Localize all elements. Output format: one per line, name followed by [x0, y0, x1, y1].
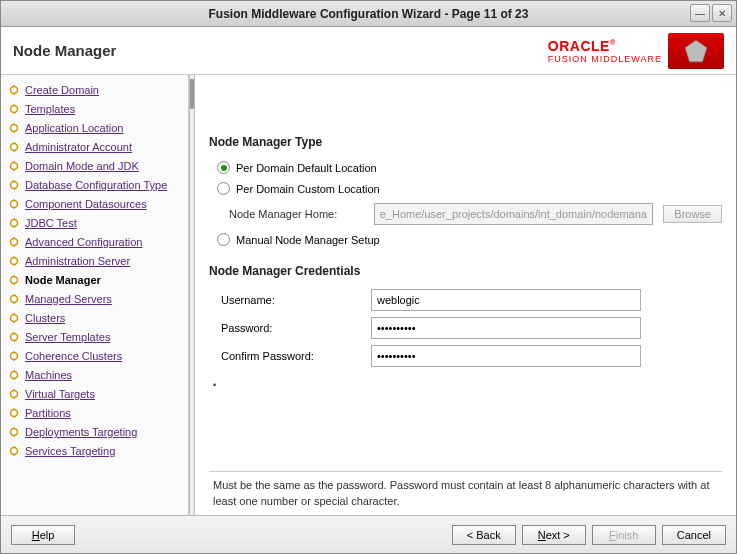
sidebar-item-component-datasources[interactable]: Component Datasources [7, 195, 186, 213]
sidebar-item-application-location[interactable]: Application Location [7, 119, 186, 137]
sidebar-item-machines[interactable]: Machines [7, 366, 186, 384]
content-scroll[interactable]: Node Manager Type Per Domain Default Loc… [209, 85, 722, 467]
nav-bullet-icon [9, 180, 19, 190]
nav-bullet-icon [9, 389, 19, 399]
hint-text: Must be the same as the password. Passwo… [209, 471, 722, 511]
password-row: Password: [209, 314, 722, 342]
svg-point-43 [11, 353, 18, 360]
cancel-button[interactable]: Cancel [662, 525, 726, 545]
sidebar-item-administration-server[interactable]: Administration Server [7, 252, 186, 270]
radio-row-default[interactable]: Per Domain Default Location [209, 157, 722, 178]
svg-point-1 [11, 87, 18, 94]
radio-manual-setup[interactable] [217, 233, 230, 246]
sidebar-item-clusters[interactable]: Clusters [7, 309, 186, 327]
nav-bullet-icon [9, 85, 19, 95]
username-row: Username: [209, 286, 722, 314]
browse-button: Browse [663, 205, 722, 223]
sidebar-item-server-templates[interactable]: Server Templates [7, 328, 186, 346]
sidebar-item-jdbc-test[interactable]: JDBC Test [7, 214, 186, 232]
password-label: Password: [221, 322, 371, 334]
radio-label: Per Domain Default Location [236, 162, 377, 174]
svg-point-16 [11, 182, 18, 189]
sidebar-item-managed-servers[interactable]: Managed Servers [7, 290, 186, 308]
svg-point-13 [11, 163, 18, 170]
nav-label: Database Configuration Type [25, 179, 167, 191]
brand-subtitle: FUSION MIDDLEWARE [548, 54, 662, 64]
window-title: Fusion Middleware Configuration Wizard -… [209, 7, 529, 21]
nav-label: Application Location [25, 122, 123, 134]
sidebar-item-partitions[interactable]: Partitions [7, 404, 186, 422]
svg-point-31 [11, 277, 18, 284]
nav-label: Create Domain [25, 84, 99, 96]
home-label: Node Manager Home: [229, 208, 364, 220]
nav-label: Clusters [25, 312, 65, 324]
confirm-password-input[interactable] [371, 345, 641, 367]
sidebar-item-domain-mode-and-jdk[interactable]: Domain Mode and JDK [7, 157, 186, 175]
back-button[interactable]: < Back [452, 525, 516, 545]
password-input[interactable] [371, 317, 641, 339]
nav-label: Administrator Account [25, 141, 132, 153]
radio-row-manual[interactable]: Manual Node Manager Setup [209, 229, 722, 250]
body: Create DomainTemplatesApplication Locati… [1, 75, 736, 515]
radio-default-location[interactable] [217, 161, 230, 174]
nav-bullet-icon [9, 256, 19, 266]
svg-point-4 [11, 106, 18, 113]
close-button[interactable]: ✕ [712, 4, 732, 22]
page-title: Node Manager [13, 42, 116, 59]
nav-label: Managed Servers [25, 293, 112, 305]
nav-bullet-icon [9, 446, 19, 456]
section-title-type: Node Manager Type [209, 135, 722, 149]
section-title-credentials: Node Manager Credentials [209, 264, 722, 278]
username-label: Username: [221, 294, 371, 306]
sidebar-item-services-targeting[interactable]: Services Targeting [7, 442, 186, 460]
svg-point-37 [11, 315, 18, 322]
sidebar-item-database-configuration-type[interactable]: Database Configuration Type [7, 176, 186, 194]
svg-marker-0 [685, 40, 707, 62]
node-manager-home-input [374, 203, 654, 225]
sidebar-item-administrator-account[interactable]: Administrator Account [7, 138, 186, 156]
sidebar-item-coherence-clusters[interactable]: Coherence Clusters [7, 347, 186, 365]
nav-label: Machines [25, 369, 72, 381]
nav-label: Templates [25, 103, 75, 115]
username-input[interactable] [371, 289, 641, 311]
nav-bullet-icon [9, 275, 19, 285]
svg-point-22 [11, 220, 18, 227]
nav-label: Coherence Clusters [25, 350, 122, 362]
sidebar-item-advanced-configuration[interactable]: Advanced Configuration [7, 233, 186, 251]
nav-bullet-icon [9, 408, 19, 418]
sidebar-item-templates[interactable]: Templates [7, 100, 186, 118]
svg-point-10 [11, 144, 18, 151]
nav-bullet-icon [9, 218, 19, 228]
svg-point-52 [11, 410, 18, 417]
sidebar-item-node-manager[interactable]: Node Manager [7, 271, 186, 289]
nav-bullet-icon [9, 370, 19, 380]
next-button[interactable]: Next > [522, 525, 586, 545]
nav-bullet-icon [9, 237, 19, 247]
svg-point-55 [11, 429, 18, 436]
nav-sidebar[interactable]: Create DomainTemplatesApplication Locati… [1, 75, 189, 515]
sidebar-item-create-domain[interactable]: Create Domain [7, 81, 186, 99]
nav-bullet-icon [9, 332, 19, 342]
radio-row-custom[interactable]: Per Domain Custom Location [209, 178, 722, 199]
confirm-password-label: Confirm Password: [221, 350, 371, 362]
sidebar-item-virtual-targets[interactable]: Virtual Targets [7, 385, 186, 403]
nav-bullet-icon [9, 104, 19, 114]
wizard-window: Fusion Middleware Configuration Wizard -… [0, 0, 737, 554]
nav-bullet-icon [9, 427, 19, 437]
svg-point-25 [11, 239, 18, 246]
separator-dot: • [213, 380, 722, 390]
sidebar-item-deployments-targeting[interactable]: Deployments Targeting [7, 423, 186, 441]
svg-point-28 [11, 258, 18, 265]
nav-label: Advanced Configuration [25, 236, 142, 248]
nav-bullet-icon [9, 313, 19, 323]
minimize-button[interactable]: — [690, 4, 710, 22]
nav-label: JDBC Test [25, 217, 77, 229]
radio-custom-location[interactable] [217, 182, 230, 195]
nav-bullet-icon [9, 199, 19, 209]
nav-label: Node Manager [25, 274, 101, 286]
help-button[interactable]: Help [11, 525, 75, 545]
home-field-row: Node Manager Home: Browse [209, 199, 722, 229]
nav-bullet-icon [9, 294, 19, 304]
nav-label: Virtual Targets [25, 388, 95, 400]
window-controls: — ✕ [690, 4, 732, 22]
